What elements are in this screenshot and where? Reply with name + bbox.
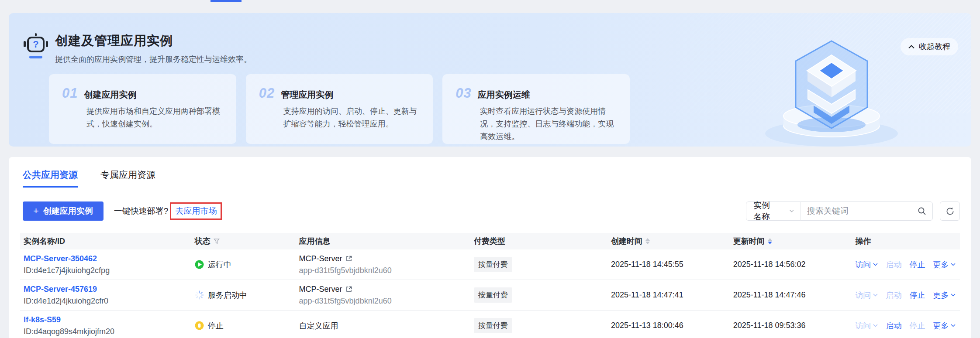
running-status-icon [195,260,204,269]
tab-public-app-resources[interactable]: 公共应用资源 [23,169,78,188]
action-stop[interactable]: 停止 [909,290,925,300]
created-time: 2025-11-18 14:45:55 [607,260,730,269]
app-id: app-d31t5fg5vbjdbknl2u60 [299,266,470,275]
table-row: MCP-Server-457619 ID:d4e1d2j4jkuiohg2cfr… [20,280,960,311]
table-header-row: 实例名称/ID 状态 应用信息 付费类型 创建时间 更新时间 [20,233,960,249]
step-number: 02 [259,85,275,101]
status-label: 停止 [208,321,224,331]
col-header-actions: 操作 [852,236,960,246]
action-more[interactable]: 更多 [933,259,956,270]
step-number: 01 [62,85,78,101]
cube-illustration [757,35,906,147]
external-link-icon[interactable] [345,255,352,262]
step-title: 管理应用实例 [281,89,333,101]
instance-id: ID:d4aqog89s4mkjiojfm20 [24,327,191,336]
sort-carets-created[interactable] [645,238,650,244]
updated-time: 2025-11-18 14:56:02 [730,260,852,269]
create-instance-label: 创建应用实例 [43,205,93,217]
created-time: 2025-11-13 18:00:46 [607,321,730,330]
pay-type-tag: 按量付费 [474,287,512,303]
banner-title: 创建及管理应用实例 [55,32,252,50]
pay-type-tag: 按量付费 [474,318,512,333]
tab-dedicated-app-resources[interactable]: 专属应用资源 [100,169,155,188]
collapse-tutorial-label: 收起教程 [919,41,950,52]
col-header-status: 状态 [191,236,296,246]
step-description: 提供应用市场和自定义应用两种部署模式，快速创建实例。 [86,105,225,130]
collapse-tutorial-button[interactable]: 收起教程 [901,38,958,55]
chevron-up-icon [908,45,914,49]
pay-type-tag: 按量付费 [474,257,512,272]
toolbar: + 创建应用实例 一键快速部署? 去应用市场 实例名称 [23,201,960,221]
action-more[interactable]: 更多 [933,290,956,300]
action-stop[interactable]: 停止 [909,259,925,270]
app-name: MCP-Server [299,254,342,263]
tutorial-banner: ? 创建及管理应用实例 提供全面的应用实例管理，提升服务稳定性与运维效率。 01… [9,13,971,147]
instance-table: 实例名称/ID 状态 应用信息 付费类型 创建时间 更新时间 [20,233,960,338]
resource-panel: 公共应用资源 专属应用资源 + 创建应用实例 一键快速部署? 去应用市场 实例名… [9,157,971,338]
status-label: 运行中 [208,259,231,270]
instance-name-link[interactable]: MCP-Server-350462 [24,254,191,263]
action-start: 启动 [886,259,901,270]
go-to-app-market-link[interactable]: 去应用市场 [175,206,217,215]
chevron-down-icon [951,294,956,297]
action-start[interactable]: 启动 [886,321,901,331]
col-header-created: 创建时间 [607,236,730,246]
col-header-name: 实例名称/ID [20,236,191,246]
plus-icon: + [33,206,39,216]
created-time: 2025-11-18 14:47:41 [607,290,730,300]
col-header-updated: 更新时间 [730,236,852,246]
top-tab-indicator [210,0,242,2]
starting-spinner-icon [195,290,204,300]
create-instance-button[interactable]: + 创建应用实例 [23,201,104,221]
resource-tabs: 公共应用资源 专属应用资源 [20,157,960,188]
chevron-down-icon [873,263,878,266]
step-title: 应用实例运维 [478,89,530,101]
step-title: 创建应用实例 [84,89,136,101]
chevron-down-icon [951,263,956,266]
banner-subtitle: 提供全面的应用实例管理，提升服务稳定性与运维效率。 [55,54,252,65]
refresh-icon [945,207,955,216]
search-field-value: 实例名称 [753,200,777,222]
search-input[interactable] [807,206,914,216]
step-card-2: 02 管理应用实例 支持应用的访问、启动、停止、更新与扩缩容等能力，轻松管理应用… [246,74,433,144]
instance-id: ID:d4e1c7j4jkuiohg2cfpg [24,266,191,275]
app-name: 自定义应用 [299,321,338,331]
updated-time: 2025-11-18 14:47:46 [730,290,852,300]
search-field-select[interactable]: 实例名称 [746,200,801,222]
stopped-status-icon [195,321,204,330]
step-number: 03 [455,85,471,101]
table-row: MCP-Server-350462 ID:d4e1c7j4jkuiohg2cfp… [20,249,960,280]
app-id: app-d31t5fg5vbjdbknl2u60 [299,297,470,306]
chevron-down-icon [951,324,956,327]
quick-deploy-text: 一键快速部署? [114,205,169,217]
updated-time: 2025-11-18 09:53:36 [730,321,852,330]
instance-id: ID:d4e1d2j4jkuiohg2cfr0 [24,297,191,306]
refresh-button[interactable] [940,201,960,221]
action-access: 访问 [855,321,878,331]
table-row: lf-k8s-S59 ID:d4aqog89s4mkjiojfm20 停止 自定… [20,311,960,338]
external-link-icon[interactable] [345,286,352,293]
action-start: 启动 [886,290,901,300]
step-card-1: 01 创建应用实例 提供应用市场和自定义应用两种部署模式，快速创建实例。 [49,74,236,144]
search-icon[interactable] [918,207,926,215]
action-access[interactable]: 访问 [855,259,878,270]
action-more[interactable]: 更多 [933,321,956,331]
chevron-down-icon [873,294,878,297]
status-label: 服务启动中 [208,290,247,300]
action-access: 访问 [855,290,878,300]
instance-name-link[interactable]: MCP-Server-457619 [24,285,191,294]
action-stop: 停止 [909,321,925,331]
filter-funnel-icon[interactable] [214,238,220,244]
chevron-down-icon [790,209,794,213]
step-description: 支持应用的访问、启动、停止、更新与扩缩容等能力，轻松管理应用。 [283,105,422,130]
app-name: MCP-Server [299,285,342,294]
col-header-pay-type: 付费类型 [470,236,607,246]
annotation-highlight-box: 去应用市场 [170,202,222,220]
chevron-down-icon [873,324,878,327]
col-header-app-info: 应用信息 [296,236,470,246]
instance-name-link[interactable]: lf-k8s-S59 [24,315,191,324]
step-card-3: 03 应用实例运维 实时查看应用运行状态与资源使用情况，支持监控、日志与终端功能… [442,74,630,144]
sort-carets-updated[interactable] [768,238,772,244]
step-description: 实时查看应用运行状态与资源使用情况，支持监控、日志与终端功能，实现高效运维。 [480,105,618,143]
robot-help-icon: ? [24,33,48,58]
